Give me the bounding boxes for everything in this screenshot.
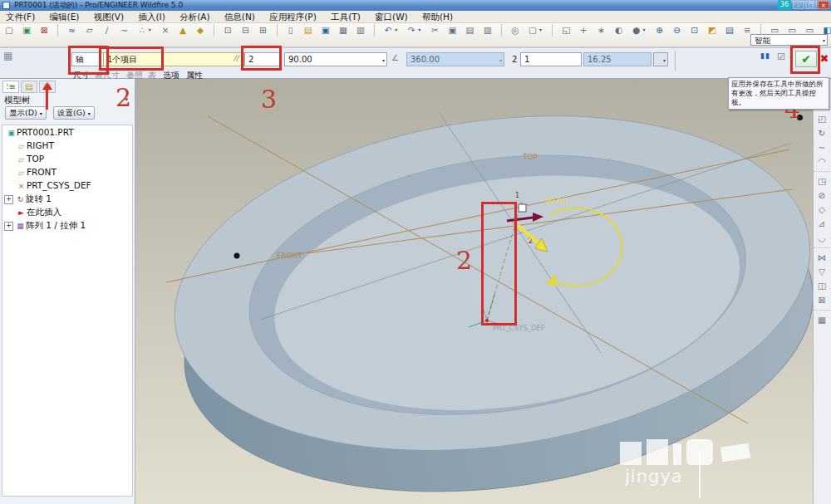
- drag-handle[interactable]: [519, 204, 526, 212]
- select-box-icon[interactable]: ▢: [526, 24, 539, 37]
- verify-icon[interactable]: ☑: [775, 51, 787, 62]
- annotation-number-3: 3: [261, 85, 277, 114]
- selection-filter-dropdown[interactable]: 智能 ▾: [750, 34, 828, 46]
- view-manager-icon[interactable]: ▤: [723, 24, 736, 37]
- style-curve-icon[interactable]: ≈: [65, 24, 78, 37]
- datum-point-icon[interactable]: ∴: [135, 24, 149, 37]
- spin-center-icon[interactable]: ∗: [594, 24, 607, 37]
- mirror-tool-icon[interactable]: ◫: [814, 279, 830, 293]
- menu-file[interactable]: 文件(F): [0, 11, 41, 23]
- redo-icon[interactable]: ↷: [405, 24, 418, 37]
- publish-geometry-icon[interactable]: ⊟: [238, 24, 252, 37]
- new-window-icon[interactable]: ▢: [2, 24, 16, 37]
- chevron-down-icon: ▾: [40, 110, 42, 116]
- tree-item-part[interactable]: ▣PRT0001.PRT: [2, 125, 132, 139]
- angle-dropdown[interactable]: 90.00 ▾: [284, 52, 387, 66]
- direction2-count-input[interactable]: 1: [520, 52, 582, 66]
- tree-item-insert-here[interactable]: ►在此插入: [2, 205, 132, 218]
- tree-item-right[interactable]: ▱RIGHT: [2, 139, 132, 152]
- angle-dimension-label[interactable]: 90.00: [544, 196, 567, 205]
- zoom-out-icon[interactable]: ⊖: [671, 24, 684, 37]
- datum-plane-icon[interactable]: ▱: [82, 24, 96, 37]
- undo-icon[interactable]: ↶: [381, 24, 395, 37]
- style-tool-icon[interactable]: ◳: [814, 171, 830, 188]
- print-preview-icon[interactable]: ▥: [354, 24, 367, 37]
- menu-analysis[interactable]: 分析(A): [174, 11, 215, 23]
- repaint-icon[interactable]: ◱: [559, 24, 573, 37]
- tree-item-top[interactable]: ▱TOP: [2, 152, 132, 165]
- close-button[interactable]: ✕: [818, 1, 829, 9]
- menu-tools[interactable]: 工具(T): [325, 11, 366, 23]
- tree-settings-button[interactable]: 设置(G) ▾: [53, 106, 95, 120]
- datum-point-caret[interactable]: ▾: [149, 23, 155, 36]
- rib-tool-icon[interactable]: ⊿: [814, 217, 830, 231]
- trim-tool-icon[interactable]: ⊠: [814, 293, 830, 307]
- chamfer-tool-icon[interactable]: ⋈: [814, 247, 830, 265]
- reorient-icon[interactable]: +: [577, 24, 590, 37]
- tree-item-csys[interactable]: ×PRT_CSYS_DEF: [2, 179, 132, 192]
- spacing-dropdown-button[interactable]: ▾: [653, 52, 668, 66]
- menu-window[interactable]: 窗口(W): [369, 11, 414, 23]
- display-style-icon[interactable]: ●: [629, 24, 642, 37]
- annotation-box-count: [241, 46, 282, 71]
- pause-icon[interactable]: ▮▮: [758, 51, 773, 60]
- datum-curve-icon[interactable]: ∼: [118, 24, 131, 37]
- select-box-caret[interactable]: ▾: [539, 23, 545, 36]
- title-bar[interactable]: PRT0001 (活动的) - Pro/ENGINEER Wildfire 5.…: [0, 0, 831, 11]
- new-file-icon[interactable]: ▯: [284, 24, 297, 37]
- copy-geometry-icon[interactable]: ⊡: [221, 24, 234, 37]
- undo-caret[interactable]: ▾: [395, 23, 401, 36]
- sweep-tool-icon[interactable]: ∼: [814, 140, 830, 154]
- paste-icon[interactable]: ▤: [464, 24, 477, 37]
- hole-tool-icon[interactable]: ⊘: [814, 188, 830, 203]
- display-style-caret[interactable]: ▾: [642, 23, 648, 36]
- minimize-button[interactable]: –: [793, 1, 804, 9]
- draft-tool-icon[interactable]: ▽: [814, 265, 830, 279]
- named-view-icon[interactable]: ◩: [706, 24, 719, 37]
- shell-tool-icon[interactable]: ◇: [814, 203, 830, 217]
- refit-icon[interactable]: ⊡: [688, 24, 701, 37]
- menu-applications[interactable]: 应用程序(P): [263, 11, 322, 23]
- open-file-icon[interactable]: ▤: [302, 24, 315, 37]
- menu-insert[interactable]: 插入(I): [132, 11, 170, 23]
- expand-icon[interactable]: +: [4, 222, 13, 231]
- paste-special-icon[interactable]: ▥: [481, 24, 494, 37]
- maximize-button[interactable]: ❐: [805, 1, 817, 9]
- tree-item-revolve[interactable]: +↻旋转 1: [2, 192, 132, 205]
- menu-edit[interactable]: 编辑(E): [44, 11, 86, 23]
- cancel-button[interactable]: ✖: [819, 51, 830, 66]
- redo-caret[interactable]: ▾: [418, 23, 424, 36]
- revolve-tool-icon[interactable]: ↻: [814, 126, 830, 140]
- csys-icon: ×: [16, 179, 27, 193]
- save-file-icon[interactable]: ▣: [319, 24, 332, 37]
- zoom-in-icon[interactable]: ⊕: [653, 24, 666, 37]
- expand-icon[interactable]: +: [4, 195, 13, 204]
- 3d-viewport[interactable]: TOP FRONT PRT_CSYS_DEF 90.00 1 2: [135, 79, 813, 504]
- viewport-canvas: TOP FRONT PRT_CSYS_DEF 90.00 1 2: [135, 79, 813, 504]
- blend-tool-icon[interactable]: ◠: [814, 154, 830, 169]
- cut-icon[interactable]: ✂: [428, 24, 441, 37]
- csys-tool-icon[interactable]: ▲: [176, 24, 189, 37]
- menu-view[interactable]: 视图(V): [88, 11, 130, 23]
- shade-icon[interactable]: ◐: [612, 24, 625, 37]
- tree-item-pattern[interactable]: +▦阵列 1 / 拉伸 1: [2, 218, 132, 232]
- search-icon[interactable]: ◎: [509, 24, 522, 37]
- extrude-tool-icon[interactable]: ◰: [814, 109, 830, 126]
- menu-info[interactable]: 信息(N): [219, 11, 261, 23]
- sketch-tool-icon[interactable]: ◆: [194, 24, 207, 37]
- merge-geometry-icon[interactable]: ⊞: [256, 24, 269, 37]
- pattern-table-icon[interactable]: ▦: [814, 310, 830, 327]
- print-icon[interactable]: ▦: [337, 24, 350, 37]
- tree-display-button[interactable]: 显示(D) ▾: [5, 106, 47, 120]
- tree-item-front[interactable]: ▱FRONT: [2, 165, 132, 179]
- copy-icon[interactable]: ▣: [445, 24, 459, 37]
- round-tool-icon[interactable]: ◡: [814, 231, 830, 245]
- menu-help[interactable]: 帮助(H): [416, 11, 459, 23]
- tab-model-tree[interactable]: ⁝≡: [2, 81, 19, 93]
- datum-axis-icon[interactable]: ∕: [101, 24, 114, 37]
- point-offset-icon[interactable]: ×: [159, 24, 172, 37]
- activate-window-icon[interactable]: ▣: [20, 24, 33, 37]
- tab-folder-browser[interactable]: ▤: [21, 81, 37, 93]
- close-window-icon[interactable]: ⊠: [37, 24, 51, 37]
- annotation-box-apply: [790, 46, 820, 74]
